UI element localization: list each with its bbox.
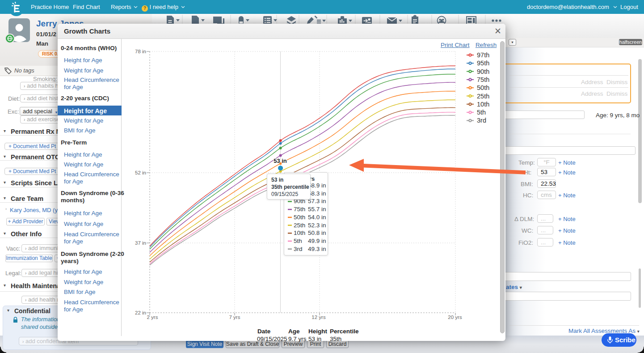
svg-text:75th: 75th bbox=[477, 76, 489, 83]
svg-text:54.0 in: 54.0 in bbox=[308, 214, 326, 221]
svg-text:25th: 25th bbox=[477, 93, 489, 100]
svg-text:5th: 5th bbox=[477, 109, 486, 116]
svg-text:75th: 75th bbox=[294, 206, 305, 213]
svg-text:97th: 97th bbox=[477, 51, 489, 59]
svg-text:12 yrs: 12 yrs bbox=[311, 315, 326, 320]
svg-text:10th: 10th bbox=[294, 230, 305, 236]
svg-text:58.9 in: 58.9 in bbox=[308, 182, 326, 189]
svg-text:55.7 in: 55.7 in bbox=[308, 206, 326, 213]
svg-text:53 in: 53 in bbox=[274, 157, 287, 164]
svg-text:90th: 90th bbox=[477, 68, 489, 75]
svg-text:58.3 in: 58.3 in bbox=[308, 190, 326, 197]
svg-text:57.3 in: 57.3 in bbox=[308, 198, 326, 204]
svg-text:49.3 in: 49.3 in bbox=[308, 246, 326, 252]
svg-text:50th: 50th bbox=[477, 84, 489, 91]
svg-text:50.8 in: 50.8 in bbox=[308, 230, 326, 236]
svg-text:5th: 5th bbox=[294, 238, 302, 244]
svg-text:7 yrs: 7 yrs bbox=[229, 315, 240, 320]
svg-text:25th: 25th bbox=[294, 222, 305, 229]
svg-text:95th: 95th bbox=[477, 60, 489, 67]
svg-text:3rd: 3rd bbox=[477, 117, 486, 124]
svg-text:20 yrs: 20 yrs bbox=[448, 315, 462, 320]
svg-text:10th: 10th bbox=[477, 101, 489, 108]
svg-text:52.3 in: 52.3 in bbox=[308, 222, 326, 229]
svg-text:49.9 in: 49.9 in bbox=[308, 238, 326, 244]
svg-text:2 yrs: 2 yrs bbox=[147, 315, 158, 320]
svg-text:50th: 50th bbox=[294, 214, 305, 221]
svg-text:3rd: 3rd bbox=[294, 246, 303, 252]
svg-text:37 in: 37 in bbox=[135, 240, 146, 246]
svg-text:52 in: 52 in bbox=[135, 170, 146, 175]
svg-text:78 in: 78 in bbox=[135, 49, 146, 54]
svg-text:22 in: 22 in bbox=[135, 310, 146, 315]
